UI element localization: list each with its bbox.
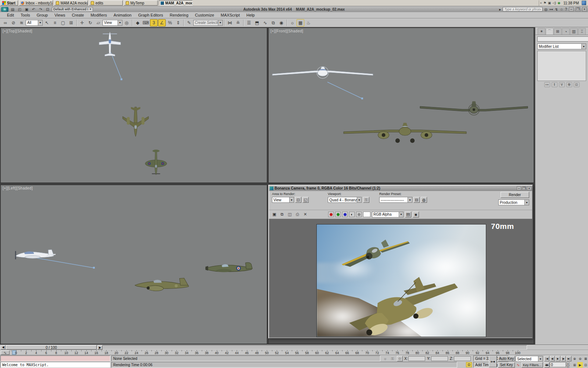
set-keys-button[interactable]: ⊶ (489, 356, 497, 367)
mini-curve-editor-button[interactable]: ∿ (1, 350, 10, 355)
rfw-close-button[interactable]: × (527, 186, 531, 190)
create-tab-icon[interactable]: ✶ (538, 28, 545, 35)
close-button[interactable]: × (582, 7, 587, 11)
aircraft-spitfire-top[interactable] (143, 145, 169, 176)
rfw-minimize-button[interactable]: – (517, 186, 521, 190)
absolute-offset-mode-icon[interactable]: ⊹ (397, 356, 403, 361)
background-color-swatch[interactable] (363, 212, 370, 217)
percent-snap-icon[interactable]: % (166, 19, 174, 26)
zoom-extents-icon[interactable]: ⊠ (583, 356, 588, 361)
rendered-image[interactable] (316, 224, 486, 337)
aircraft-bonanza-front[interactable] (272, 62, 374, 85)
project-folder-icon[interactable]: ⊡ (45, 7, 50, 12)
named-selection-dropdown[interactable]: Create Selection Se▼ (193, 20, 223, 26)
print-image-icon[interactable]: ⎙ (294, 212, 301, 217)
y-coordinate-field[interactable] (431, 356, 448, 361)
select-and-link-icon[interactable]: ∞ (1, 19, 9, 26)
crop-blowup-icon[interactable]: ◱ (302, 197, 309, 203)
aircraft-bonanza-side[interactable] (14, 247, 57, 263)
workspace-dropdown[interactable]: Default with Enhanced I ▼ (52, 7, 93, 12)
viewport-front[interactable]: [+][Front][Shaded] (268, 28, 534, 183)
toggle-ui-overlays-icon[interactable]: ▤ (405, 212, 411, 217)
align-icon[interactable]: ≞ (234, 19, 242, 26)
tray-flag-icon[interactable]: ⚑ (544, 1, 546, 5)
reference-coordinate-dropdown[interactable]: View▼ (103, 20, 122, 26)
time-slider-thumb[interactable]: 0 / 100 (6, 345, 97, 350)
edit-named-selection-icon[interactable]: ✎ (185, 19, 193, 26)
aircraft-me262-front[interactable] (342, 117, 468, 148)
monochrome-icon[interactable]: ◐ (349, 212, 355, 217)
pin-stack-icon[interactable]: ⊶ (544, 82, 550, 87)
render-production-icon[interactable]: ♨ (305, 19, 312, 26)
motion-tab-icon[interactable]: ◔ (562, 28, 570, 35)
restore-button[interactable]: ❒ (576, 7, 580, 11)
new-scene-icon[interactable]: ▤ (10, 7, 15, 12)
taskbar-item-3dsmax[interactable]: MAM_A2A_mockup_02... (159, 0, 193, 6)
material-editor-icon[interactable]: ◉ (277, 19, 285, 26)
object-name-field[interactable] (537, 36, 588, 42)
select-and-scale-icon[interactable]: ▱ (94, 19, 102, 26)
viewport-lock-icon[interactable]: ⚿ (363, 197, 369, 203)
time-tag-icon[interactable]: ⊡ (466, 362, 472, 367)
adaptive-degradation-icon[interactable]: ☼ (382, 356, 388, 361)
tray-update-icon[interactable]: ◉ (557, 1, 560, 5)
tray-window-icon[interactable]: ▣ (548, 1, 551, 5)
select-and-move-icon[interactable]: ✛ (78, 19, 86, 26)
menu-item[interactable]: Create (68, 13, 87, 18)
selection-lock-icon[interactable]: ⚿ (390, 356, 395, 361)
x-coordinate-field[interactable] (408, 356, 425, 361)
remove-modifier-icon[interactable]: ♼ (566, 82, 572, 87)
schematic-view-icon[interactable]: ⧉ (269, 19, 277, 26)
green-channel-icon[interactable] (335, 212, 341, 217)
aircraft-spitfire-front[interactable] (419, 99, 528, 119)
mirror-icon[interactable]: ⋈ (226, 19, 234, 26)
render-setup-small-icon[interactable]: ⊟ (413, 197, 420, 203)
render-mode-dropdown[interactable]: Production▼ (498, 199, 529, 205)
menu-item[interactable]: Help (243, 13, 258, 18)
tray-clock[interactable]: 11:38 PM (562, 1, 580, 5)
menu-item[interactable]: Customize (192, 13, 218, 18)
pan-hand-icon[interactable]: ▶ (577, 362, 583, 368)
aircraft-me262-top[interactable] (121, 102, 151, 138)
area-to-render-dropdown[interactable]: View▼ (272, 197, 294, 203)
menu-item[interactable]: Group (33, 13, 51, 18)
clear-image-icon[interactable]: ✕ (302, 212, 308, 217)
undo-icon[interactable]: ↶ (31, 7, 36, 12)
favorites-star-icon[interactable]: ☆ (560, 7, 563, 11)
auto-region-icon[interactable]: ⊡ (295, 197, 301, 203)
utilities-tab-icon[interactable]: ⌶ (578, 28, 586, 35)
zoom-all-icon[interactable]: ⊚ (577, 356, 583, 361)
menu-item[interactable]: Edit (4, 13, 17, 18)
viewport-left-label[interactable]: [+][Left][Shaded] (3, 186, 33, 190)
search-icon[interactable]: ◎ (544, 7, 548, 11)
aircraft-bonanza-top[interactable] (97, 31, 123, 62)
save-file-icon[interactable]: ▣ (24, 7, 29, 12)
rfw-titlebar[interactable]: Bonanza Camera, frame 0, RGBA Color 16 B… (269, 185, 532, 191)
graphite-ribbon-icon[interactable]: ⬒ (253, 19, 261, 26)
app-menu-button[interactable]: ≋ (1, 7, 8, 12)
modifier-stack[interactable] (537, 51, 586, 81)
go-to-end-button[interactable]: ▶| (566, 356, 571, 361)
tray-chevron-icon[interactable]: « (540, 1, 542, 5)
key-filter-set-dropdown[interactable]: Selected▼ (516, 356, 543, 362)
maximize-viewport-toggle[interactable]: ⊡ (583, 362, 588, 368)
set-key-button[interactable]: Set Key (498, 362, 515, 368)
display-tab-icon[interactable]: ▥ (570, 28, 578, 35)
select-and-manipulate-icon[interactable]: ◆ (134, 19, 141, 26)
taskbar-item-firefox[interactable]: Inbox - mbooty1@gmail.... (19, 0, 53, 6)
configure-modifier-sets-icon[interactable]: ⊡ (574, 82, 580, 87)
blue-channel-icon[interactable] (342, 212, 348, 217)
maxscript-listener[interactable]: Welcome to MAXScript. (0, 362, 110, 368)
next-frame-arrow[interactable]: ▶ (97, 345, 103, 350)
menu-item[interactable]: MAXScript (218, 13, 243, 18)
unlink-selection-icon[interactable]: ⊘ (10, 19, 17, 26)
taskbar-item-folder-mytemp[interactable]: MyTemp (124, 0, 158, 6)
alpha-channel-icon[interactable] (356, 212, 362, 217)
communication-center-icon[interactable]: ↯ (555, 7, 558, 11)
copy-image-icon[interactable]: ⧉ (279, 212, 285, 217)
field-of-view-icon[interactable]: ⊞ (572, 362, 577, 368)
key-mode-toggle[interactable]: ◀▶ (544, 362, 549, 368)
open-file-icon[interactable]: ◰ (17, 7, 22, 12)
subscription-key-icon[interactable]: ⊶ (549, 7, 553, 11)
angle-snap-icon[interactable]: ∠ (158, 19, 166, 26)
